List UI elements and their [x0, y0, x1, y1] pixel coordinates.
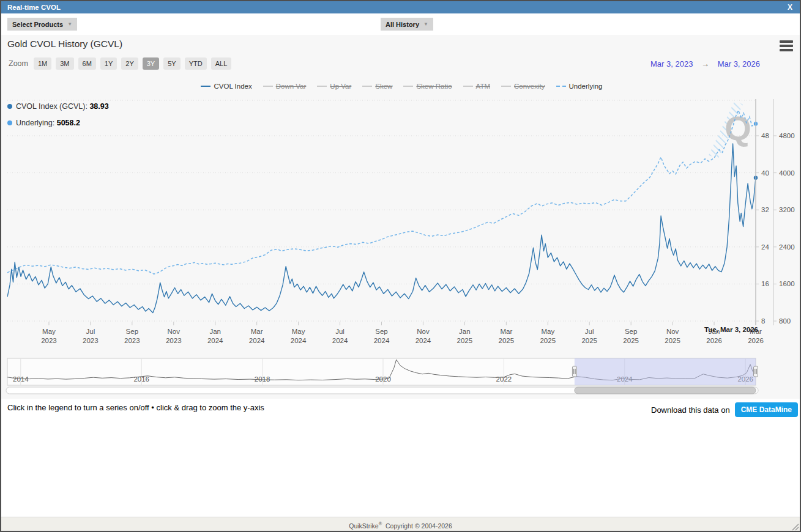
- scrollbar-thumb[interactable]: [575, 387, 756, 394]
- chart-footer-area: Click in the legend to turn a series on/…: [1, 399, 801, 518]
- cvol-axis-label: 32: [761, 206, 769, 213]
- x-axis-month-label: Sep: [126, 328, 138, 335]
- legend-marker-icon: [317, 86, 327, 87]
- copyright-bar: QuikStrike® Copyright © 2004-2026: [1, 517, 800, 531]
- zoom-button-ytd[interactable]: YTD: [185, 57, 207, 70]
- x-axis-year-label: 2024: [415, 337, 431, 344]
- navigator-year-label: 2022: [496, 375, 512, 383]
- legend-item-up-var[interactable]: Up Var: [317, 83, 351, 90]
- underlying-axis-label: 800: [779, 317, 791, 325]
- underlying-series[interactable]: [7, 110, 756, 274]
- download-text: Download this data on: [651, 405, 730, 415]
- zoom-buttons: 1M3M6M1Y2Y3Y5YYTDALL: [34, 57, 236, 70]
- cvol-axis-label: 48: [761, 132, 769, 139]
- navigator-selected-range[interactable]: [575, 358, 756, 385]
- quikstrike-watermark-icon: Q: [725, 109, 751, 147]
- all-history-label: All History: [386, 21, 419, 28]
- resize-grip[interactable]: [791, 522, 799, 530]
- zoom-button-6m[interactable]: 6M: [78, 57, 96, 70]
- hamburger-menu-icon[interactable]: [780, 40, 793, 53]
- all-history-dropdown[interactable]: All History ▼: [381, 18, 433, 31]
- chart-panel: Q8800161600242400323200404000484800May20…: [1, 35, 801, 399]
- underlying-bullet-icon: [7, 120, 12, 125]
- date-range: Mar 3, 2023 → Mar 3, 2026: [650, 59, 760, 68]
- chart-title: Gold CVOL History (GCVL): [7, 39, 122, 50]
- legend-marker-icon: [263, 86, 273, 87]
- legend-label: Underlying: [569, 83, 603, 90]
- tooltip-cvol-label: CVOL Index (GCVL):: [16, 102, 88, 111]
- chevron-down-icon: ▼: [67, 21, 72, 27]
- x-axis-year-label: 2023: [166, 337, 182, 344]
- cvol-axis-label: 16: [761, 280, 769, 287]
- range-start-date[interactable]: Mar 3, 2023: [650, 59, 693, 68]
- cvol-index-series[interactable]: [7, 144, 756, 313]
- legend-marker-icon: [556, 86, 566, 87]
- chevron-down-icon: ▼: [423, 21, 428, 27]
- zoom-button-1y[interactable]: 1Y: [100, 57, 117, 70]
- title-bar: Real-time CVOL X: [1, 1, 800, 13]
- legend-label: CVOL Index: [214, 83, 251, 90]
- x-axis-month-label: Nov: [417, 328, 430, 335]
- zoom-button-1m[interactable]: 1M: [34, 57, 51, 70]
- copyright-text: Copyright © 2004-2026: [386, 522, 452, 530]
- x-axis-year-label: 2025: [665, 337, 680, 344]
- select-products-label: Select Products: [12, 21, 63, 28]
- x-axis-year-label: 2025: [581, 337, 597, 344]
- legend-item-convexity[interactable]: Convexity: [501, 83, 545, 90]
- zoom-row: Zoom 1M3M6M1Y2Y3Y5YYTDALL: [9, 57, 236, 70]
- legend-marker-icon: [403, 86, 413, 87]
- zoom-button-2y[interactable]: 2Y: [121, 57, 138, 70]
- legend-item-atm[interactable]: ATM: [463, 83, 490, 90]
- legend-marker-icon: [201, 86, 210, 87]
- legend-label: Up Var: [330, 83, 351, 90]
- tooltip-cvol-index: CVOL Index (GCVL): 38.93: [7, 102, 109, 111]
- legend-label: Skew Ratio: [416, 83, 452, 90]
- download-area: Download this data on CME DataMine: [651, 402, 798, 417]
- legend-item-cvol-index[interactable]: CVOL Index: [201, 83, 251, 90]
- navigator-left-handle[interactable]: [572, 366, 576, 377]
- range-end-date[interactable]: Mar 3, 2026: [718, 59, 760, 68]
- legend-label: ATM: [476, 83, 490, 90]
- underlying-axis-label: 4000: [779, 169, 795, 177]
- legend-item-down-var[interactable]: Down Var: [263, 83, 307, 90]
- legend-item-skew-ratio[interactable]: Skew Ratio: [403, 83, 452, 90]
- zoom-button-all[interactable]: ALL: [211, 57, 232, 70]
- x-axis-year-label: 2025: [499, 337, 515, 344]
- cvol-axis-label: 24: [761, 243, 769, 251]
- x-axis-month-label: Jul: [335, 328, 345, 335]
- zoom-button-3y[interactable]: 3Y: [143, 57, 159, 70]
- zoom-button-5y[interactable]: 5Y: [163, 57, 180, 70]
- x-axis-year-label: 2024: [374, 337, 390, 344]
- legend-item-skew[interactable]: Skew: [362, 83, 392, 90]
- cme-datamine-button[interactable]: CME DataMine: [735, 402, 798, 417]
- window-title: Real-time CVOL: [7, 4, 61, 11]
- chart-legend: CVOL IndexDown VarUp VarSkewSkew RatioAT…: [1, 83, 801, 90]
- close-button[interactable]: X: [788, 1, 792, 13]
- select-products-dropdown[interactable]: Select Products ▼: [7, 18, 77, 31]
- cvol-axis-label: 8: [761, 317, 765, 325]
- x-axis-month-label: Sep: [375, 328, 387, 335]
- x-axis-year-label: 2025: [540, 337, 556, 344]
- x-axis-year-label: 2026: [748, 337, 764, 344]
- x-axis-year-label: 2024: [291, 337, 307, 344]
- x-axis-year-label: 2023: [83, 337, 99, 344]
- tooltip-cvol-value: 38.93: [89, 102, 108, 111]
- navigator-year-label: 2018: [255, 375, 270, 383]
- legend-item-underlying[interactable]: Underlying: [556, 83, 603, 90]
- x-axis-month-label: Mar: [500, 328, 512, 335]
- tooltip-underlying: Underlying: 5058.2: [7, 119, 80, 127]
- x-axis-month-label: Jan: [459, 328, 471, 335]
- x-axis-year-label: 2024: [332, 337, 348, 344]
- x-axis-month-label: Jan: [209, 328, 221, 335]
- legend-label: Down Var: [276, 83, 307, 90]
- underlying-axis-label: 2400: [779, 243, 795, 251]
- x-axis-month-label: May: [292, 328, 305, 335]
- legend-label: Skew: [375, 83, 392, 90]
- x-axis-year-label: 2025: [457, 337, 473, 344]
- zoom-button-3m[interactable]: 3M: [56, 57, 73, 70]
- quikstrike-brand: QuikStrike: [349, 522, 378, 530]
- navigator-right-handle[interactable]: [754, 366, 758, 377]
- x-axis-year-label: 2023: [124, 337, 140, 344]
- x-axis-year-label: 2024: [249, 337, 265, 344]
- underlying-axis-label: 1600: [779, 280, 795, 287]
